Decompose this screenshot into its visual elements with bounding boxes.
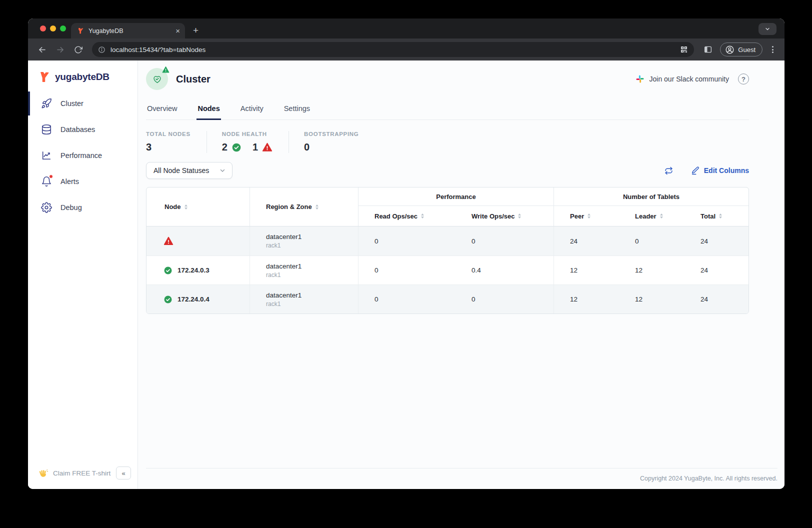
tab-nodes[interactable]: Nodes	[196, 100, 220, 120]
heart-check-icon	[152, 74, 163, 85]
column-group-performance: Performance	[358, 188, 554, 206]
sidebar-item-label: Databases	[60, 126, 95, 134]
profile-button[interactable]: Guest	[720, 42, 762, 56]
profile-label: Guest	[738, 46, 756, 54]
healthy-count: 2	[222, 142, 228, 153]
region-zone-cell: datacenter1 rack1	[250, 226, 358, 256]
sidebar-item-alerts[interactable]: Alerts	[28, 168, 138, 194]
sort-icon	[719, 214, 722, 218]
stat-value: 0	[304, 142, 358, 153]
sort-icon	[660, 214, 663, 218]
url-text[interactable]: localhost:15434/?tab=tabNodes	[110, 46, 675, 54]
tab-overview[interactable]: Overview	[146, 100, 178, 120]
sidebar-item-debug[interactable]: Debug	[28, 194, 138, 220]
help-icon[interactable]: ?	[738, 74, 749, 84]
column-header-node[interactable]: Node	[146, 188, 250, 226]
reload-button[interactable]	[70, 42, 86, 58]
stat-label: TOTAL NODES	[146, 131, 190, 137]
site-info-icon[interactable]	[98, 46, 106, 54]
table-header: Node Region & Zone Performance Number of…	[146, 188, 748, 226]
cluster-warning-badge-icon	[162, 66, 170, 74]
tab-activity[interactable]: Activity	[240, 100, 264, 120]
back-button[interactable]	[34, 42, 50, 58]
sidebar-item-label: Cluster	[60, 100, 84, 108]
tab-overflow-button[interactable]	[758, 23, 776, 35]
yugabytedb-logo[interactable]: yugabyteDB	[28, 60, 138, 88]
browser-tab[interactable]: YugabyteDB ×	[71, 23, 185, 38]
claim-tshirt-link[interactable]: Claim FREE T-shirt	[53, 470, 110, 477]
main-content: Cluster Join our Slack community ? Overv…	[138, 60, 784, 489]
peer-cell: 12	[554, 256, 619, 284]
column-header-region-zone[interactable]: Region & Zone	[250, 188, 358, 226]
write-ops-cell: 0.4	[456, 256, 554, 284]
line-chart-icon	[41, 150, 52, 161]
slack-link-label: Join our Slack community	[649, 75, 729, 83]
warning-count: 1	[252, 142, 258, 153]
sort-icon	[316, 204, 318, 210]
node-stats: TOTAL NODES 3 NODE HEALTH 2 1	[146, 120, 749, 156]
pencil-icon	[691, 166, 700, 175]
waving-hand-icon	[38, 468, 48, 478]
total-cell: 24	[684, 285, 748, 314]
read-ops-cell: 0	[358, 226, 456, 256]
close-tab-icon[interactable]: ×	[176, 27, 180, 34]
region: datacenter1	[266, 292, 302, 299]
copyright-footer: Copyright 2024 YugaByte, Inc. All rights…	[146, 468, 778, 489]
stat-bootstrapping: BOOTSTRAPPING 0	[288, 131, 374, 153]
stat-total-nodes: TOTAL NODES 3	[146, 131, 206, 153]
chevron-down-icon	[219, 167, 226, 174]
browser-menu-button[interactable]	[766, 46, 778, 53]
node-name: 172.24.0.3	[178, 266, 210, 274]
tab-settings[interactable]: Settings	[283, 100, 311, 120]
sort-icon	[518, 214, 521, 218]
table-row[interactable]: datacenter1 rack1 0 0 24 0 24	[146, 226, 748, 256]
zone: rack1	[266, 300, 280, 308]
address-bar[interactable]: localhost:15434/?tab=tabNodes	[92, 42, 694, 57]
forward-button[interactable]	[52, 42, 68, 58]
cluster-health-icon	[146, 68, 168, 90]
column-header-leader[interactable]: Leader	[619, 206, 684, 226]
column-header-peer[interactable]: Peer	[554, 206, 619, 226]
stat-node-health: NODE HEALTH 2 1	[206, 131, 288, 153]
column-header-write-ops[interactable]: Write Ops/sec	[456, 206, 554, 226]
cluster-header: Cluster Join our Slack community ?	[146, 60, 749, 98]
table-row[interactable]: 172.24.0.4 datacenter1 rack1 0 0 12 12 2…	[146, 284, 748, 314]
sort-icon	[184, 204, 188, 210]
zone: rack1	[266, 242, 280, 249]
node-name: 172.24.0.4	[178, 296, 210, 303]
claim-tshirt-row: Claim FREE T-shirt «	[28, 457, 138, 489]
sidebar-item-cluster[interactable]: Cluster	[28, 90, 138, 116]
leader-cell: 12	[619, 256, 684, 284]
close-window-button[interactable]	[40, 26, 46, 32]
column-header-total[interactable]: Total	[684, 206, 748, 226]
browser-window: YugabyteDB × + localhost:15434/?tab=tabN…	[28, 18, 784, 489]
zoom-window-button[interactable]	[60, 26, 66, 32]
leader-cell: 0	[619, 226, 684, 256]
refresh-icon	[664, 166, 673, 175]
brand-name: yugabyteDB	[55, 72, 110, 82]
new-tab-button[interactable]: +	[193, 26, 198, 35]
edit-columns-button[interactable]: Edit Columns	[691, 166, 749, 175]
stat-value: 3	[146, 142, 190, 153]
column-group-tablets: Number of Tablets	[554, 188, 748, 206]
header-actions: Join our Slack community ?	[636, 74, 749, 84]
refresh-button[interactable]	[664, 166, 677, 175]
check-circle-icon	[164, 295, 172, 304]
sort-icon	[588, 214, 590, 218]
side-panel-icon[interactable]	[700, 42, 716, 58]
region-zone-cell: datacenter1 rack1	[250, 285, 358, 314]
column-header-read-ops[interactable]: Read Ops/sec	[358, 206, 456, 226]
rocket-icon	[41, 98, 52, 109]
check-circle-icon	[164, 266, 172, 275]
qr-code-icon[interactable]	[680, 46, 688, 54]
nodes-table: Node Region & Zone Performance Number of…	[146, 187, 749, 314]
slack-community-link[interactable]: Join our Slack community	[636, 74, 729, 84]
node-status-filter[interactable]: All Node Statuses	[146, 162, 232, 179]
sidebar-item-performance[interactable]: Performance	[28, 142, 138, 168]
page: yugabyteDB Cluster Databases	[28, 60, 784, 489]
cluster-tabs: Overview Nodes Activity Settings	[146, 98, 749, 120]
collapse-sidebar-button[interactable]: «	[116, 466, 131, 480]
table-row[interactable]: 172.24.0.3 datacenter1 rack1 0 0.4 12 12…	[146, 256, 748, 284]
minimize-window-button[interactable]	[50, 26, 56, 32]
sidebar-item-databases[interactable]: Databases	[28, 116, 138, 142]
